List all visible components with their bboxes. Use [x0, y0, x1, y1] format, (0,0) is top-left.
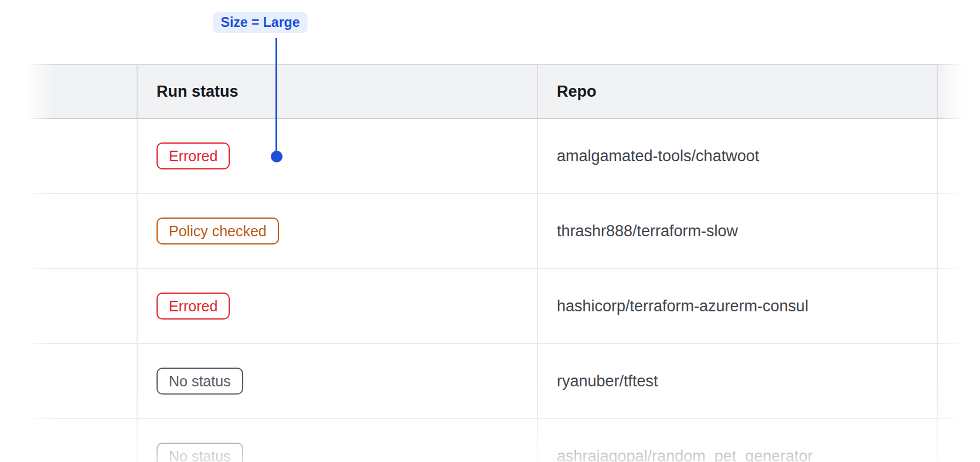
- repo-name: thrashr888/terraform-slow: [557, 222, 738, 240]
- repo-name: ryanuber/tftest: [557, 372, 658, 390]
- run-status-cell: Errored: [137, 269, 537, 343]
- table-row[interactable]: Errored hashicorp/terraform-azurerm-cons…: [26, 269, 980, 344]
- overflow-cell: [937, 194, 980, 268]
- annotation-dot: [271, 151, 283, 162]
- table-header-row: Run status Repo: [26, 64, 980, 119]
- runs-table: Run status Repo Errored amalgamated-tool…: [26, 64, 980, 462]
- repo-name: hashicorp/terraform-azurerm-consul: [557, 297, 808, 315]
- blank-cell: [26, 344, 137, 418]
- table-row[interactable]: No status ryanuber/tftest: [26, 344, 980, 419]
- repo-cell: amalgamated-tools/chatwoot: [537, 119, 937, 193]
- blank-cell: [26, 419, 137, 462]
- run-status-cell: No status: [137, 419, 537, 462]
- blank-cell: [26, 119, 137, 193]
- column-header-blank: [26, 65, 137, 118]
- overflow-cell: [937, 269, 980, 343]
- run-status-cell: No status: [137, 344, 537, 418]
- table-row[interactable]: No status ashrajagopal/random_pet_genera…: [26, 419, 980, 462]
- table-row[interactable]: Errored amalgamated-tools/chatwoot: [26, 119, 980, 194]
- run-status-badge: Errored: [156, 142, 230, 169]
- repo-cell: ryanuber/tftest: [537, 344, 937, 418]
- run-status-cell: Policy checked: [137, 194, 537, 268]
- run-status-badge: No status: [156, 368, 243, 395]
- column-header-repo: Repo: [537, 65, 937, 118]
- overflow-cell: [937, 119, 980, 193]
- repo-cell: ashrajagopal/random_pet_generator: [537, 419, 937, 462]
- run-status-cell: Errored: [137, 119, 537, 193]
- size-annotation-pill: Size = Large: [213, 12, 308, 33]
- repo-name: ashrajagopal/random_pet_generator: [557, 447, 813, 462]
- overflow-cell: [937, 419, 980, 462]
- table-row[interactable]: Policy checked thrashr888/terraform-slow: [26, 194, 980, 269]
- annotation-connector-line: [275, 38, 277, 152]
- blank-cell: [26, 269, 137, 343]
- overflow-cell: [937, 344, 980, 418]
- column-header-overflow: [937, 65, 980, 118]
- repo-name: amalgamated-tools/chatwoot: [557, 147, 759, 165]
- run-status-badge: No status: [156, 443, 243, 462]
- run-status-badge: Policy checked: [156, 218, 279, 244]
- repo-cell: thrashr888/terraform-slow: [537, 194, 937, 268]
- run-status-badge: Errored: [156, 293, 230, 320]
- blank-cell: [26, 194, 137, 268]
- column-header-run-status: Run status: [137, 65, 537, 118]
- repo-cell: hashicorp/terraform-azurerm-consul: [537, 269, 937, 343]
